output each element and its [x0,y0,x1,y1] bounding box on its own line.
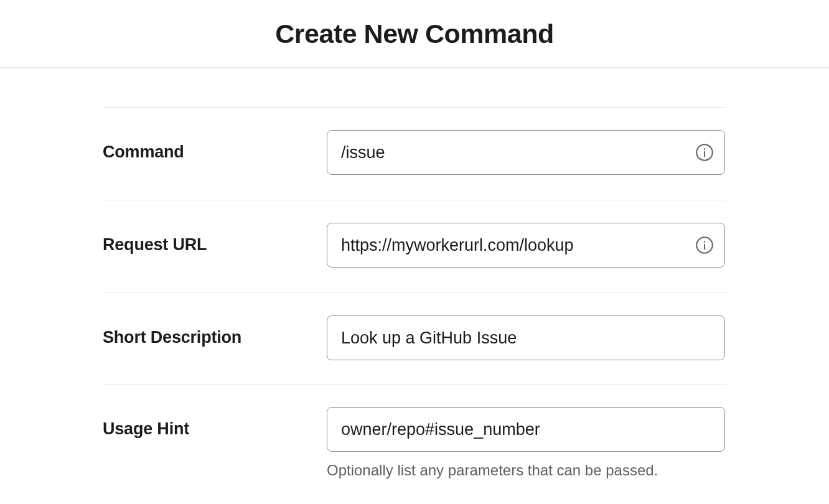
command-input[interactable] [327,130,725,175]
input-cell-request-url [327,200,726,292]
command-label: Command [103,142,184,161]
label-cell-usage-hint: Usage Hint [103,385,327,439]
command-form: Command Request URL [103,68,726,479]
input-cell-command [327,108,726,200]
usage-hint-input[interactable] [327,407,725,452]
label-cell-command: Command [103,108,327,190]
page-title: Create New Command [275,19,553,49]
usage-hint-input-wrap [327,407,725,452]
usage-hint-help-text: Optionally list any parameters that can … [327,462,726,479]
label-cell-short-description: Short Description [103,293,327,376]
page: Create New Command Command [0,0,829,504]
short-description-input[interactable] [327,315,725,360]
page-header: Create New Command [0,0,829,68]
svg-point-4 [704,241,706,243]
request-url-input[interactable] [327,223,725,268]
input-cell-usage-hint: Optionally list any parameters that can … [327,385,726,479]
short-description-input-wrap [327,315,725,360]
row-short-description: Short Description [103,292,726,384]
label-cell-request-url: Request URL [103,200,327,283]
row-command: Command [103,107,726,200]
row-request-url: Request URL [103,200,726,292]
short-description-label: Short Description [103,328,241,347]
input-cell-short-description [327,293,726,384]
command-input-wrap [327,130,725,175]
info-icon[interactable] [695,143,714,162]
request-url-label: Request URL [103,235,207,254]
info-icon[interactable] [695,236,714,254]
row-usage-hint: Usage Hint Optionally list any parameter… [103,384,726,479]
svg-point-1 [704,148,706,150]
usage-hint-label: Usage Hint [103,419,189,438]
request-url-input-wrap [327,223,725,268]
